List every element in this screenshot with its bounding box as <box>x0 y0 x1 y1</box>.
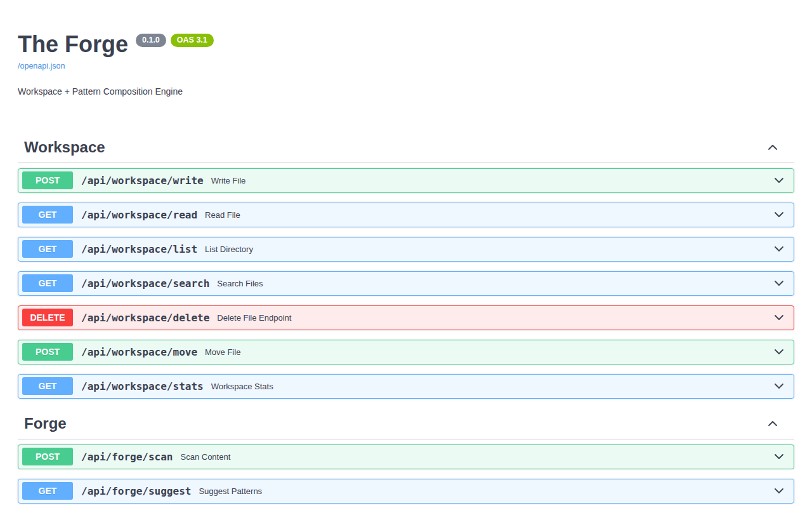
http-method-badge: GET <box>22 206 73 224</box>
chevron-up-icon[interactable] <box>766 141 779 154</box>
endpoint-row[interactable]: POST /api/forge/scan Scan Content <box>18 444 794 469</box>
oas-version-badge: OAS 3.1 <box>171 34 214 47</box>
endpoint-summary: Search Files <box>217 279 263 288</box>
endpoint-row[interactable]: DELETE /api/workspace/delete Delete File… <box>18 305 794 330</box>
endpoint-row[interactable]: GET /api/workspace/list List Directory <box>18 237 794 262</box>
endpoint-path: /api/workspace/move <box>81 346 197 358</box>
section-header[interactable]: Forge <box>18 408 794 439</box>
endpoint-row[interactable]: GET /api/workspace/search Search Files <box>18 271 794 296</box>
section-header[interactable]: Workspace <box>18 132 794 163</box>
section-title: Forge <box>24 415 67 432</box>
page-title: The Forge 0.1.0 OAS 3.1 <box>18 32 794 57</box>
api-title-text: The Forge <box>18 32 128 57</box>
tag-section: Workspace POST /api/workspace/write Writ… <box>18 132 794 399</box>
endpoint-summary: Write File <box>211 176 246 185</box>
endpoint-summary: List Directory <box>205 244 253 254</box>
endpoint-path: /api/workspace/stats <box>81 380 204 392</box>
endpoint-summary: Scan Content <box>181 452 231 462</box>
http-method-badge: GET <box>22 240 73 258</box>
http-method-badge: POST <box>22 171 73 189</box>
section-title: Workspace <box>24 138 105 156</box>
api-description: Workspace + Pattern Composition Engine <box>18 86 794 97</box>
swagger-ui-page: The Forge 0.1.0 OAS 3.1 /openapi.json Wo… <box>0 0 812 508</box>
endpoint-row[interactable]: GET /api/workspace/stats Workspace Stats <box>18 374 794 399</box>
chevron-up-icon[interactable] <box>766 417 779 430</box>
chevron-down-icon[interactable] <box>773 380 785 392</box>
chevron-down-icon[interactable] <box>773 345 785 358</box>
chevron-down-icon[interactable] <box>773 485 785 497</box>
title-badges: 0.1.0 OAS 3.1 <box>136 34 214 47</box>
endpoint-row[interactable]: GET /api/forge/suggest Suggest Patterns <box>18 479 794 504</box>
http-method-badge: GET <box>22 377 73 395</box>
http-method-badge: POST <box>22 448 73 465</box>
chevron-down-icon[interactable] <box>773 208 785 221</box>
api-info-block: The Forge 0.1.0 OAS 3.1 /openapi.json Wo… <box>18 32 794 97</box>
endpoint-summary: Read File <box>205 210 240 220</box>
endpoint-summary: Move File <box>205 347 240 357</box>
chevron-down-icon[interactable] <box>773 450 785 463</box>
endpoint-path: /api/workspace/search <box>81 277 209 290</box>
http-method-badge: GET <box>22 482 73 500</box>
endpoint-path: /api/workspace/list <box>81 243 197 255</box>
endpoint-path: /api/workspace/delete <box>81 312 209 324</box>
chevron-down-icon[interactable] <box>773 243 785 255</box>
endpoint-path: /api/forge/scan <box>81 451 173 463</box>
openapi-spec-link[interactable]: /openapi.json <box>18 62 65 70</box>
endpoint-row[interactable]: POST /api/workspace/write Write File <box>18 168 794 193</box>
endpoint-row[interactable]: POST /api/workspace/move Move File <box>18 340 794 364</box>
http-method-badge: GET <box>22 274 73 292</box>
chevron-down-icon[interactable] <box>773 277 785 290</box>
section-operations: POST /api/forge/scan Scan Content GET /a… <box>18 439 794 504</box>
version-badge: 0.1.0 <box>136 34 166 47</box>
tag-sections-container: Workspace POST /api/workspace/write Writ… <box>18 132 794 504</box>
endpoint-path: /api/workspace/write <box>81 175 204 187</box>
endpoint-row[interactable]: GET /api/workspace/read Read File <box>18 203 794 227</box>
endpoint-summary: Suggest Patterns <box>199 486 262 496</box>
http-method-badge: POST <box>22 343 73 361</box>
endpoint-summary: Workspace Stats <box>211 382 273 391</box>
endpoint-path: /api/workspace/read <box>81 209 197 221</box>
chevron-down-icon[interactable] <box>773 311 785 324</box>
endpoint-summary: Delete File Endpoint <box>217 313 291 323</box>
tag-section: Forge POST /api/forge/scan Scan Content … <box>18 408 794 504</box>
endpoint-path: /api/forge/suggest <box>81 485 191 497</box>
section-operations: POST /api/workspace/write Write File GET… <box>18 163 794 399</box>
chevron-down-icon[interactable] <box>773 174 785 187</box>
http-method-badge: DELETE <box>22 309 73 326</box>
